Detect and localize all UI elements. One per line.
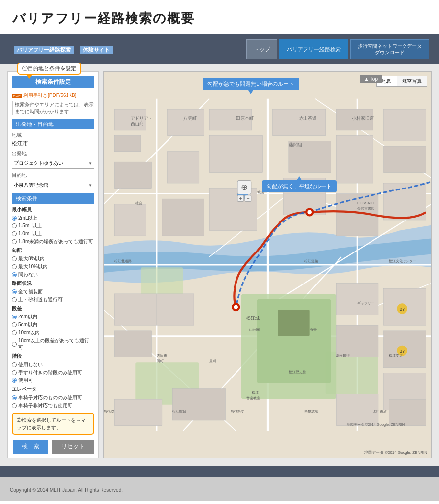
- slope-option-2[interactable]: 問わない: [12, 271, 94, 278]
- svg-rect-17: [326, 352, 378, 394]
- radio-filled-icon: [12, 216, 17, 220]
- site-frame: バリアフリー経路探索 体験サイト トップ バリアフリー経路検索 歩行空間ネットワ…: [0, 34, 439, 477]
- radio-filled-icon: [12, 315, 17, 319]
- reset-button[interactable]: リセット: [52, 440, 94, 454]
- top-button[interactable]: ▲ Top: [360, 75, 382, 83]
- departure-select[interactable]: プロジェクトゆうあい ▼: [12, 158, 94, 169]
- left-panel-wrapper: ①目的地と条件を設定 検索条件設定 PDF 利用手引き[PDF/561KB] 検…: [7, 71, 99, 458]
- destination-select[interactable]: 小泉八雲記念館 ▼: [12, 180, 94, 190]
- nav-top[interactable]: トップ: [246, 39, 277, 59]
- nav-route-search[interactable]: バリアフリー経路検索: [279, 39, 348, 59]
- stairs-option-1[interactable]: 手すり付きの階段のみ使用可: [12, 369, 94, 376]
- region-value: 松江市: [12, 140, 94, 147]
- annotation-2-text: ②検索を選択してルートを→マップに表示します。: [12, 413, 94, 435]
- map-view-aerial-btn[interactable]: 航空写真: [397, 76, 427, 87]
- map-container[interactable]: 27 37: [103, 71, 432, 458]
- callout-flat: 勾配が無く、平坦なルート: [262, 180, 337, 192]
- svg-text:田原本町: 田原本町: [236, 116, 254, 121]
- svg-text:音楽教室: 音楽教室: [246, 396, 260, 400]
- min-width-option-1[interactable]: 1.5mL以上: [12, 222, 94, 229]
- road-option-0[interactable]: 全て舗装面: [12, 288, 94, 295]
- svg-rect-50: [336, 394, 378, 425]
- svg-text:社会: 社会: [135, 201, 142, 205]
- map-toolbar: 地図 航空写真: [376, 76, 427, 87]
- left-panel: 検索条件設定 PDF 利用手引き[PDF/561KB] 検索条件やエリアによって…: [7, 71, 99, 458]
- svg-text:金沢古書店: 金沢古書店: [357, 206, 374, 211]
- svg-text:上田書店: 上田書店: [373, 409, 387, 413]
- annotation-1-text: ①目的地と条件を設定: [17, 63, 81, 75]
- svg-text:地図データ ©2014 Google, ZENRIN: 地図データ ©2014 Google, ZENRIN: [346, 422, 405, 427]
- min-width-option-2[interactable]: 1.0mL以上: [12, 230, 94, 237]
- svg-rect-31: [209, 136, 262, 173]
- svg-rect-32: [114, 162, 151, 189]
- svg-text:松江支店: 松江支店: [389, 353, 403, 358]
- svg-text:松江総合: 松江総合: [172, 409, 186, 413]
- departure-arrow-icon: ▼: [88, 161, 92, 166]
- svg-text:田町: 田町: [157, 359, 164, 363]
- step-option-0[interactable]: 2cm以内: [12, 314, 94, 320]
- pdf-link[interactable]: PDF 利用手引き[PDF/561KB]: [12, 92, 94, 99]
- content-area: ①目的地と条件を設定 検索条件設定 PDF 利用手引き[PDF/561KB] 検…: [0, 64, 439, 466]
- svg-text:石畳: 石畳: [310, 327, 317, 332]
- svg-point-57: [307, 210, 312, 215]
- search-button[interactable]: 検 索: [13, 440, 48, 454]
- callout-steep: 勾配が急でも問題無い場合のルート: [203, 78, 299, 90]
- slope-label: 勾配: [12, 247, 94, 254]
- min-width-option-3[interactable]: 1.8m未満の場所があっても通行可: [12, 238, 94, 245]
- svg-text:アドリア・: アドリア・: [131, 116, 153, 121]
- nav-download[interactable]: 歩行空間ネットワークデータ ダウンロード: [350, 39, 429, 59]
- slope-option-0[interactable]: 最大8%以内: [12, 255, 94, 262]
- annotation-1-arrow: [26, 75, 32, 79]
- radio-circle-icon: [12, 239, 17, 244]
- departure-value: プロジェクトゆうあい: [14, 160, 63, 167]
- svg-point-59: [234, 305, 238, 309]
- svg-text:藤間組: 藤間組: [289, 142, 302, 147]
- svg-text:松江城: 松江城: [246, 316, 260, 321]
- radio-circle-icon: [12, 256, 17, 261]
- svg-text:松江歴史館: 松江歴史館: [289, 370, 306, 374]
- svg-text:37: 37: [400, 348, 405, 354]
- radio-circle-icon: [12, 322, 17, 327]
- destination-field: 目的地 小泉八雲記念館 ▼: [12, 172, 94, 190]
- departure-label: 出発地: [12, 150, 94, 157]
- svg-text:島根県庁: 島根県庁: [231, 409, 244, 413]
- top-btn-wrapper: ▲ Top: [360, 74, 382, 83]
- svg-rect-23: [168, 109, 204, 136]
- radio-circle-icon: [12, 342, 17, 346]
- radio-circle-icon: [12, 231, 17, 236]
- svg-text:FOSSATO: FOSSATO: [357, 201, 374, 205]
- pdf-link-text: 利用手引き[PDF/561KB]: [23, 92, 76, 99]
- slope-option-1[interactable]: 最大10%以内: [12, 263, 94, 270]
- stairs-option-2[interactable]: 使用可: [12, 377, 94, 384]
- svg-rect-22: [114, 136, 141, 152]
- site-footer: [0, 466, 439, 477]
- elevator-option-0[interactable]: 車椅子対応のもののみ使用可: [12, 394, 94, 401]
- step-option-1[interactable]: 5cm以内: [12, 321, 94, 328]
- min-width-option-0[interactable]: 2mL以上: [12, 215, 94, 221]
- step-option-2[interactable]: 10cm以内: [12, 329, 94, 336]
- page-footer: Copyright © 2014 MLIT Japan. All Rights …: [0, 477, 439, 501]
- svg-rect-49: [172, 389, 225, 420]
- radio-filled-icon: [12, 289, 17, 294]
- svg-text:松江道路: 松江道路: [304, 259, 318, 263]
- radio-circle-icon: [12, 264, 17, 269]
- road-option-1[interactable]: 土・砂利道も通行可: [12, 296, 94, 303]
- elevator-option-1[interactable]: 車椅子非対応でも使用可: [12, 402, 94, 409]
- destination-label: 目的地: [12, 172, 94, 179]
- step-option-3[interactable]: 18cm以上の段差があっても通行可: [12, 337, 94, 351]
- svg-rect-27: [384, 109, 426, 141]
- svg-rect-45: [114, 294, 157, 325]
- stairs-option-0[interactable]: 使用しない: [12, 361, 94, 368]
- footer-copyright: Copyright © 2014 MLIT Japan. All Rights …: [10, 487, 123, 493]
- elevator-group: 車椅子対応のもののみ使用可 車椅子非対応でも使用可: [12, 394, 94, 409]
- map-copyright-text: 地図データ ©2014 Google, ZENRIN: [364, 450, 427, 455]
- site-header: バリアフリー経路探索 体験サイト トップ バリアフリー経路検索 歩行空間ネットワ…: [0, 34, 439, 64]
- stairs-label: 階段: [12, 353, 94, 360]
- radio-circle-icon: [12, 370, 17, 375]
- svg-text:+: +: [239, 195, 242, 201]
- svg-text:貫町: 貫町: [209, 359, 216, 363]
- radio-circle-icon: [12, 362, 17, 367]
- svg-text:八雲町: 八雲町: [183, 116, 197, 121]
- step-group: 2cm以内 5cm以内 10cm以内 18cm以上の段差があっても通行可: [12, 314, 94, 351]
- min-width-group: 2mL以上 1.5mL以上 1.0mL以上 1.8m未満の場所があっても通行可: [12, 215, 94, 245]
